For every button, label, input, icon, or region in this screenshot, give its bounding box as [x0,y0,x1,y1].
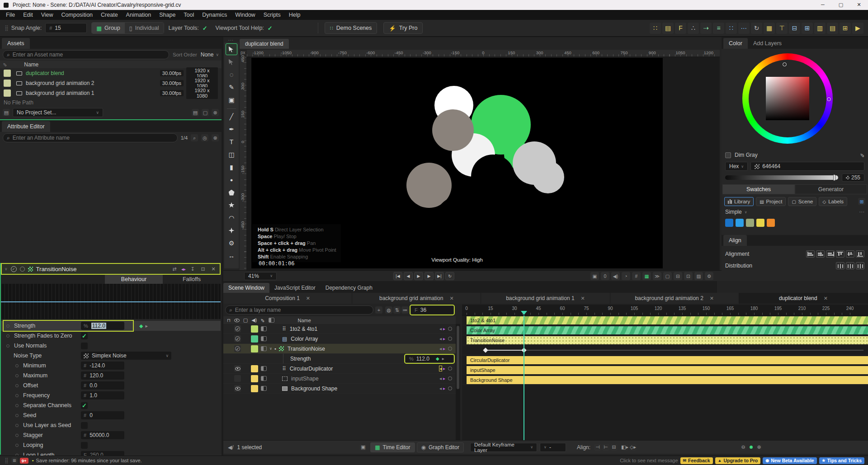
track-row[interactable]: CircularDuplicator [462,355,868,365]
asset-row[interactable]: background grid animation 230.00fps1920 … [0,78,222,88]
shape-circle-6[interactable] [532,161,564,193]
in-connection-icon[interactable]: ◂ [439,346,442,351]
in-connection-icon[interactable]: ◂ [439,366,442,371]
filter-sphere-icon[interactable]: ◍ [385,306,392,314]
keyframe-dot[interactable] [6,324,9,328]
close-node-icon[interactable]: ✕ [210,265,217,272]
attribute-row-frequency[interactable]: Frequency#1.0 [1,390,221,400]
layer-swatch[interactable] [251,375,258,382]
loop-button[interactable]: ↻ [445,272,454,280]
keyframe-dot[interactable] [15,374,19,377]
layer-bar[interactable]: inputShape [467,366,868,374]
align-keys-left-icon[interactable]: ⊣ [594,444,601,451]
attribute-row-offset[interactable]: Offset#0.0 [1,380,221,390]
render-toggle[interactable] [261,376,267,381]
pipette-icon[interactable]: ✎ [3,61,7,67]
notification-badge[interactable]: 9+ [20,458,28,464]
comp-tab-background-grid-animation-2[interactable]: background grid animation 2✕ [610,293,739,304]
hue-selector[interactable] [827,97,831,101]
distribute-v-icon[interactable] [846,262,854,269]
keyframe-dot[interactable] [15,444,19,447]
align-middle-icon[interactable] [846,250,854,258]
maximize-button[interactable]: ▢ [832,0,850,10]
strength-value-field[interactable]: %112.0◆▸ [405,355,454,363]
track-row[interactable] [462,345,868,355]
value-field[interactable]: #0.0 [81,381,124,390]
swatch-0[interactable] [725,219,733,227]
alpha-slider-handle[interactable] [833,174,835,181]
enable-toggle[interactable]: ✓ [234,335,241,342]
solo-circle-icon[interactable] [448,327,452,331]
checkbox[interactable] [81,422,88,429]
attribute-search[interactable]: ⌕ [3,133,178,142]
viewport-tool-help-check[interactable]: ✓ [268,25,273,32]
audio-icon[interactable]: ◀) [611,272,620,280]
more-points-icon[interactable]: ⋯ [738,23,750,34]
attribute-row-noise-type[interactable]: Noise TypeSimplex Noise∨ [1,351,221,361]
out-connection-icon[interactable]: ▸ [443,376,445,381]
bounds-icon[interactable]: ⊟ [674,272,682,280]
hex-value-field[interactable]: 646464 [750,162,864,171]
swatch-4[interactable] [767,219,775,227]
layer-swatch[interactable] [251,345,258,352]
track-row[interactable]: Color Array [462,325,868,335]
swatch-group-label[interactable]: Simple [725,209,742,215]
expand-icon[interactable]: ⊡ [199,265,207,272]
tool-hammer-icon[interactable]: ⊤ [776,23,788,34]
pin-icon[interactable]: ↧ [189,265,196,272]
layout-b-icon[interactable]: ⊞ [802,23,813,34]
snap-angle-field[interactable]: # 15 [45,23,87,33]
select-tool[interactable] [226,43,237,55]
keyframe-dot[interactable] [15,404,19,407]
layer-swatch[interactable] [251,365,258,372]
menu-create[interactable]: Create [97,12,122,18]
layer-row-background-shape[interactable]: Background Shape◂▸ [223,384,456,394]
pencil-tool[interactable]: ✎ [226,81,237,93]
cube-icon[interactable]: ▤ [662,23,674,34]
enable-toggle[interactable]: ✓ [234,325,241,332]
group-toggle[interactable]: ▦Group [92,23,125,33]
settings-tool[interactable]: ⚙ [226,237,237,249]
value-field[interactable]: #-124.0 [81,362,124,370]
frame-icon[interactable]: F [675,23,686,34]
lasso-tool[interactable]: ◌ [226,69,237,80]
align-right-icon[interactable] [826,250,835,258]
track-row[interactable]: Background Shape [462,375,868,385]
transparency-icon[interactable]: ▨ [694,272,703,280]
swatch-3[interactable] [756,219,764,227]
direct-select-tool[interactable] [226,56,237,68]
layer-search-input[interactable] [235,307,369,313]
keyframe-layer-dropdown[interactable]: Default Keyframe Layer∨ [470,443,537,452]
monitor-icon[interactable]: ▢ [202,109,209,116]
badge-upgrade-to-pro[interactable]: ▲Upgrade to Pro [715,457,761,464]
source-library[interactable]: Library [724,197,754,206]
apps-icon[interactable]: ⊞ [11,457,18,464]
pen-tool[interactable]: ✒ [226,123,237,135]
swatch-2[interactable] [746,219,754,227]
layer-scrollbar[interactable] [456,324,460,441]
in-connection-icon[interactable]: ◂ [439,326,442,331]
checkbox[interactable]: ✓ [81,333,88,339]
solo-circle-icon[interactable] [448,376,452,380]
shape-circle-10[interactable] [435,196,484,245]
layer-swatch[interactable] [251,325,258,333]
layout-a-icon[interactable]: ⊟ [789,23,800,34]
layer-bar[interactable]: TransitionNoise [467,336,868,344]
vertical-ruler[interactable]: 4503001500-150-300-450 [240,57,247,270]
collapse-icon[interactable]: ∨ [5,267,8,271]
swatch-1[interactable] [736,219,744,227]
viewport-settings-icon[interactable]: ⚙ [705,272,713,280]
keyframe-dot[interactable] [15,384,19,387]
attribute-row-stagger[interactable]: Stagger#50000.0 [1,430,221,440]
tab-javascript-editor[interactable]: JavaScript Editor [269,283,321,293]
playhead-line[interactable] [524,315,524,440]
prev-frame-button[interactable]: ◀ [404,272,413,280]
menu-file[interactable]: File [2,12,19,18]
node-header-transitionnoise[interactable]: ∨ ✓ TransitionNoise ⇄ ◂▸ ↧ ⊡ ✕ [1,263,221,275]
render-toggle[interactable] [261,346,267,351]
noise-type-dropdown[interactable]: Simplex Noise∨ [81,352,171,360]
tab-behaviour[interactable]: Behaviour [105,275,163,284]
tab-swatches[interactable]: Swatches [722,184,795,194]
track-area[interactable]: 0153045607590105120135150165180195210225… [462,305,868,440]
guides-icon[interactable]: ≫ [653,272,661,280]
